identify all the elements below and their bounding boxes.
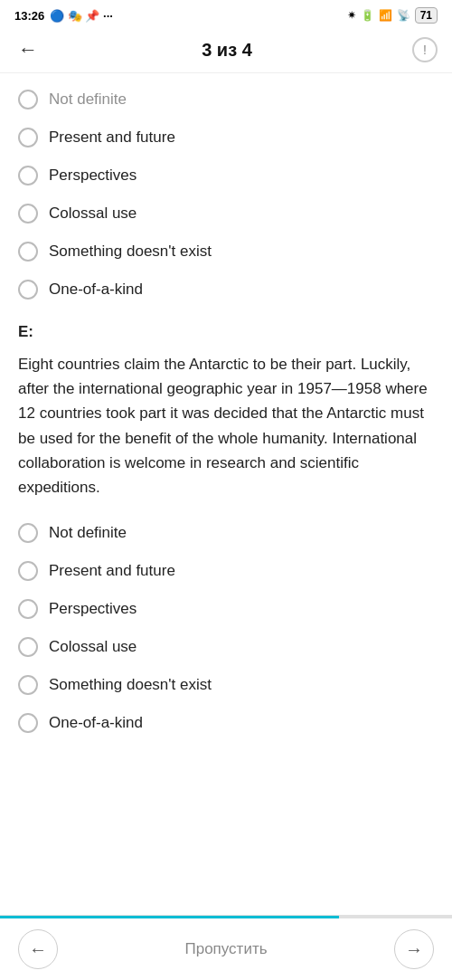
option-label: Not definite <box>49 524 127 542</box>
back-nav-button[interactable]: ← <box>18 929 58 969</box>
list-item[interactable]: One-of-a-kind <box>18 704 434 742</box>
radio-present-future-2[interactable] <box>18 561 38 581</box>
info-button[interactable]: ! <box>412 37 438 62</box>
status-icons: 🔵 🎭 📌 ··· <box>50 9 113 23</box>
list-item[interactable]: Something doesn't exist <box>18 233 434 271</box>
list-item[interactable]: Not definite <box>18 81 434 119</box>
battery-level: 71 <box>415 7 438 24</box>
list-item[interactable]: Colossal use <box>18 628 434 666</box>
radio-something-doesnt-exist-1[interactable] <box>18 242 38 262</box>
partial-options-top: Not definite Present and future Perspect… <box>0 73 452 309</box>
option-label: Present and future <box>49 562 175 580</box>
option-label: One-of-a-kind <box>49 281 143 299</box>
header: ← 3 из 4 ! <box>0 27 452 73</box>
signal-icon: 📶 <box>379 9 392 22</box>
radio-not-definite-2[interactable] <box>18 523 38 543</box>
option-label: Something doesn't exist <box>49 676 212 694</box>
list-item[interactable]: Present and future <box>18 552 434 590</box>
battery-icon: 🔋 <box>361 9 374 22</box>
radio-perspectives-1[interactable] <box>18 166 38 186</box>
radio-present-future-1[interactable] <box>18 128 38 147</box>
radio-one-of-a-kind-1[interactable] <box>18 280 38 300</box>
list-item[interactable]: Something doesn't exist <box>18 666 434 704</box>
bottom-nav: ← Пропустить → <box>0 915 452 980</box>
status-bar: 13:26 🔵 🎭 📌 ··· ✴ 🔋 📶 📡 71 <box>0 0 452 27</box>
status-right: ✴ 🔋 📶 📡 71 <box>347 7 438 24</box>
passage-text: Eight countries claim the Antarctic to b… <box>0 345 452 514</box>
skip-button[interactable]: Пропустить <box>184 940 267 958</box>
status-time: 13:26 <box>14 9 44 23</box>
content-area: Not definite Present and future Perspect… <box>0 73 452 833</box>
list-item[interactable]: Present and future <box>18 119 434 157</box>
option-label: Not definite <box>49 90 127 109</box>
page-title: 3 из 4 <box>202 40 252 61</box>
list-item[interactable]: Perspectives <box>18 590 434 628</box>
radio-something-doesnt-exist-2[interactable] <box>18 675 38 695</box>
back-button[interactable]: ← <box>14 34 42 65</box>
bottom-buttons: ← Пропустить → <box>0 918 452 980</box>
option-label: Present and future <box>49 128 175 147</box>
list-item[interactable]: One-of-a-kind <box>18 271 434 309</box>
wifi-icon: 📡 <box>397 9 410 22</box>
radio-colossal-use-2[interactable] <box>18 637 38 657</box>
list-item[interactable]: Colossal use <box>18 195 434 233</box>
bluetooth-icon: ✴ <box>347 9 356 22</box>
radio-perspectives-2[interactable] <box>18 599 38 619</box>
list-item[interactable]: Perspectives <box>18 157 434 195</box>
section-e-label: E: <box>0 309 452 345</box>
next-nav-button[interactable]: → <box>394 929 434 969</box>
radio-one-of-a-kind-2[interactable] <box>18 713 38 733</box>
option-label: Something doesn't exist <box>49 243 212 261</box>
option-label: One-of-a-kind <box>49 714 143 732</box>
option-label: Colossal use <box>49 205 137 223</box>
options-list-e: Not definite Present and future Perspect… <box>0 514 452 742</box>
status-left: 13:26 🔵 🎭 📌 ··· <box>14 9 113 23</box>
list-item[interactable]: Not definite <box>18 514 434 552</box>
radio-colossal-use-1[interactable] <box>18 204 38 224</box>
radio-not-definite-1-partial[interactable] <box>18 90 38 109</box>
option-label: Colossal use <box>49 638 137 656</box>
option-label: Perspectives <box>49 600 137 618</box>
option-label: Perspectives <box>49 167 137 185</box>
